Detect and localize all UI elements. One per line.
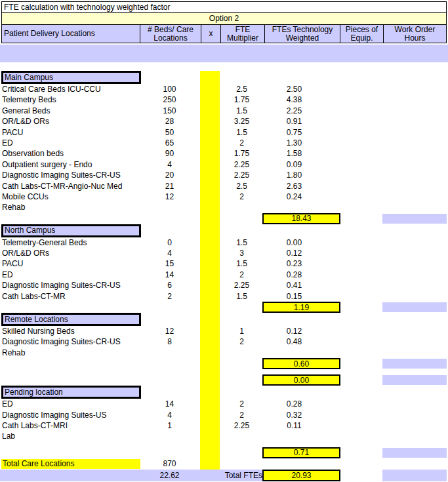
equip-cell[interactable] xyxy=(339,447,382,458)
location-cell[interactable]: Observation beds xyxy=(1,148,140,159)
location-cell[interactable]: Telemetry Beds xyxy=(1,94,140,105)
beds-cell[interactable] xyxy=(139,348,200,358)
fte-multiplier-cell[interactable]: 1.5 xyxy=(220,237,264,248)
beds-cell[interactable]: 20 xyxy=(139,170,200,180)
fte-weighted-cell[interactable]: 0.28 xyxy=(264,270,339,280)
fte-weighted-cell[interactable]: 0.41 xyxy=(264,280,339,291)
work-order-hours-cell[interactable] xyxy=(382,170,447,180)
fte-multiplier-cell[interactable] xyxy=(220,71,264,84)
work-order-hours-cell[interactable] xyxy=(382,431,447,441)
equip-cell[interactable] xyxy=(339,280,382,291)
beds-cell[interactable]: 8 xyxy=(139,336,200,347)
location-cell[interactable]: Telemetry-General Beds xyxy=(1,237,140,248)
x-cell[interactable] xyxy=(200,369,220,374)
location-cell[interactable]: Diagnostic Imaging Suites-CR-US xyxy=(1,170,140,180)
equip-cell[interactable] xyxy=(339,202,382,212)
fte-multiplier-cell[interactable]: 1.75 xyxy=(220,94,264,105)
fte-multiplier-cell[interactable]: 2.25 xyxy=(220,420,264,431)
fte-weighted-cell[interactable] xyxy=(264,348,339,358)
equip-cell[interactable] xyxy=(339,138,382,148)
fte-multiplier-cell[interactable]: 1 xyxy=(220,326,264,336)
location-cell[interactable]: Rehab xyxy=(1,348,140,358)
location-cell[interactable]: Cath Labs-CT-MR-Angio-Nuc Med xyxy=(1,181,140,191)
fte-weighted-cell[interactable]: 1.80 xyxy=(264,170,339,180)
fte-weighted-cell[interactable] xyxy=(264,369,339,374)
fte-weighted-cell[interactable]: 0.48 xyxy=(264,336,339,347)
work-order-hours-cell[interactable] xyxy=(382,326,447,336)
fte-weighted-cell[interactable]: 4.38 xyxy=(264,94,339,105)
work-order-hours-cell[interactable] xyxy=(382,386,447,399)
equip-cell[interactable] xyxy=(339,116,382,127)
x-cell[interactable] xyxy=(200,442,220,447)
x-cell[interactable] xyxy=(200,348,220,358)
fte-multiplier-cell[interactable]: 2 xyxy=(220,270,264,280)
work-order-hours-cell[interactable] xyxy=(382,191,447,202)
x-cell[interactable] xyxy=(200,116,220,127)
location-cell[interactable]: Rehab xyxy=(1,202,140,212)
beds-cell[interactable]: 4 xyxy=(139,159,200,170)
location-cell[interactable]: North Campus xyxy=(1,224,141,237)
x-cell[interactable] xyxy=(200,181,220,191)
fte-multiplier-cell[interactable]: 2 xyxy=(220,336,264,347)
fte-multiplier-cell[interactable]: 3.25 xyxy=(220,116,264,127)
x-cell[interactable] xyxy=(200,71,220,84)
beds-cell[interactable]: 250 xyxy=(139,94,200,105)
fte-multiplier-cell[interactable] xyxy=(220,348,264,358)
equip-cell[interactable] xyxy=(339,358,382,369)
fte-weighted-cell[interactable] xyxy=(264,313,339,326)
fte-multiplier-cell[interactable] xyxy=(220,302,264,313)
x-cell[interactable] xyxy=(200,191,220,202)
x-cell[interactable] xyxy=(200,399,220,409)
beds-cell[interactable] xyxy=(139,431,200,441)
fte-weighted-cell[interactable]: 0.24 xyxy=(264,191,339,202)
location-cell[interactable]: Critical Care Beds ICU-CCU xyxy=(1,84,140,94)
work-order-hours-cell[interactable] xyxy=(382,442,447,447)
work-order-hours-cell[interactable] xyxy=(382,313,447,326)
location-cell[interactable]: ED xyxy=(1,270,140,280)
fte-weighted-cell[interactable]: 20.93 xyxy=(262,470,340,481)
fte-multiplier-cell[interactable]: 1.5 xyxy=(220,127,264,138)
work-order-hours-cell[interactable] xyxy=(382,399,447,409)
beds-cell[interactable]: 50 xyxy=(139,127,200,138)
work-order-hours-cell[interactable] xyxy=(382,181,447,191)
fte-multiplier-cell[interactable]: Total FTEs xyxy=(197,470,262,481)
fte-multiplier-cell[interactable] xyxy=(220,358,264,369)
location-cell[interactable]: ED xyxy=(1,138,140,148)
equip-cell[interactable] xyxy=(339,71,382,84)
equip-cell[interactable] xyxy=(339,442,382,447)
location-cell[interactable]: Diagnostic Imaging Suites-CR-US xyxy=(1,280,140,291)
sheet-title-cell[interactable]: FTE calculation with technology weighted… xyxy=(2,2,446,13)
work-order-hours-cell[interactable] xyxy=(382,410,447,420)
x-cell[interactable] xyxy=(200,458,220,470)
work-order-hours-cell[interactable] xyxy=(382,369,447,374)
fte-weighted-cell[interactable] xyxy=(264,71,339,84)
fte-weighted-cell[interactable]: 0.12 xyxy=(264,248,339,258)
fte-weighted-cell[interactable]: 0.11 xyxy=(264,420,339,431)
beds-cell[interactable]: 15 xyxy=(139,258,200,269)
fte-multiplier-cell[interactable]: 1.5 xyxy=(220,106,264,116)
fte-multiplier-cell[interactable]: 2 xyxy=(220,191,264,202)
equip-cell[interactable] xyxy=(339,348,382,358)
location-cell[interactable]: PACU xyxy=(1,258,140,269)
fte-multiplier-cell[interactable] xyxy=(220,386,264,399)
beds-cell[interactable]: 6 xyxy=(139,280,200,291)
beds-cell[interactable]: 0 xyxy=(139,237,200,248)
fte-weighted-cell[interactable]: 0.23 xyxy=(264,258,339,269)
location-cell[interactable]: OR/L&D ORs xyxy=(1,248,140,258)
x-cell[interactable] xyxy=(200,420,220,431)
equip-cell[interactable] xyxy=(339,84,382,94)
location-cell[interactable]: Total Care Locations xyxy=(1,459,140,469)
x-cell[interactable] xyxy=(200,224,220,237)
fte-weighted-cell[interactable] xyxy=(264,431,339,441)
fte-weighted-cell[interactable]: 1.58 xyxy=(264,148,339,159)
x-cell[interactable] xyxy=(200,248,220,258)
fte-multiplier-cell[interactable] xyxy=(220,458,264,470)
work-order-hours-cell[interactable] xyxy=(382,237,447,248)
fte-multiplier-cell[interactable]: 2.5 xyxy=(220,84,264,94)
work-order-hours-cell[interactable] xyxy=(382,214,447,224)
fte-weighted-cell[interactable]: 2.50 xyxy=(264,84,339,94)
work-order-hours-cell[interactable] xyxy=(382,248,447,258)
beds-cell[interactable]: 14 xyxy=(139,270,200,280)
beds-cell[interactable] xyxy=(139,71,200,84)
equip-cell[interactable] xyxy=(339,181,382,191)
